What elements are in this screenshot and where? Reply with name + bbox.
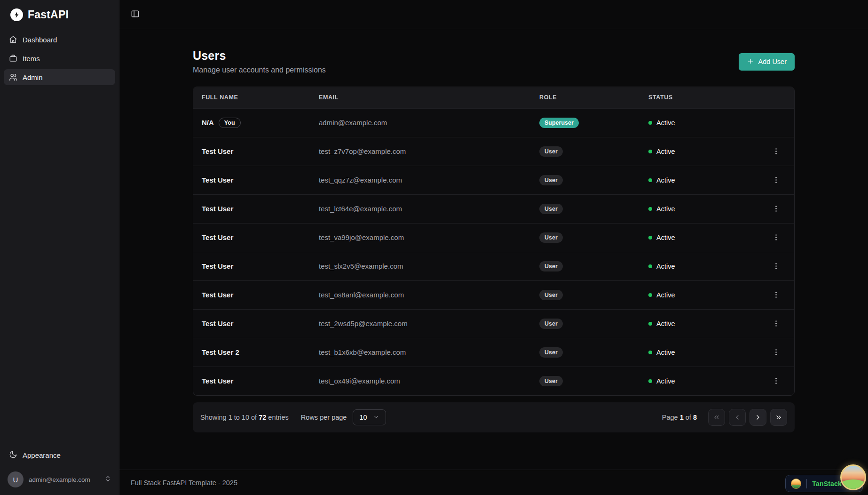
status-active-dot-icon — [648, 379, 652, 383]
row-actions-button[interactable] — [769, 231, 783, 245]
user-email: test_b1x6xb@example.com — [310, 338, 531, 367]
status-text: Active — [656, 148, 675, 155]
sidebar-bottom: Appearance U admin@example.com — [0, 443, 119, 495]
sidebar-toggle-button[interactable] — [128, 8, 142, 22]
user-full-name: Test User — [202, 147, 233, 155]
main-area: Users Manage user accounts and permissio… — [119, 0, 868, 495]
rows-per-page-label: Rows per page — [301, 414, 347, 421]
status-active-dot-icon — [648, 236, 652, 240]
sidebar: FastAPI DashboardItemsAdmin Appearance U… — [0, 0, 119, 495]
row-actions-button[interactable] — [769, 345, 783, 359]
footer-text: Full Stack FastAPI Template - 2025 — [131, 479, 237, 487]
plus-icon — [747, 57, 754, 66]
role-badge: User — [539, 290, 563, 300]
user-full-name: Test User — [202, 291, 233, 299]
user-menu[interactable]: U admin@example.com — [4, 469, 115, 490]
chevrons-right-icon — [775, 414, 782, 421]
status-cell: Active — [648, 234, 744, 241]
showing-entries-text: Showing 1 to 10 of 72 entries — [200, 414, 289, 421]
kebab-menu-icon — [772, 291, 780, 299]
user-email: test_ox49i@example.com — [310, 367, 531, 395]
rows-per-page-select[interactable]: 10 — [353, 409, 386, 425]
table-row: Test Usertest_ox49i@example.comUserActiv… — [193, 367, 794, 395]
sidebar-item-label: Admin — [23, 73, 43, 81]
sidebar-nav: DashboardItemsAdmin — [0, 32, 119, 85]
brand-name: FastAPI — [28, 8, 69, 21]
column-header-role: Role — [531, 87, 640, 108]
lightning-bolt-icon — [10, 8, 23, 21]
user-full-name: Test User — [202, 176, 233, 184]
user-email: admin@example.com — [310, 108, 531, 137]
rows-per-page-group: Rows per page 10 — [301, 409, 386, 425]
sidebar-item-items[interactable]: Items — [4, 50, 115, 66]
avatar: U — [8, 471, 24, 487]
row-actions-button[interactable] — [769, 317, 783, 331]
next-page-button[interactable] — [750, 409, 766, 426]
status-cell: Active — [648, 349, 744, 356]
table-row: Test Usertest_os8anl@example.comUserActi… — [193, 280, 794, 309]
content: Users Manage user accounts and permissio… — [119, 29, 868, 470]
user-email: test_2wsd5p@example.com — [310, 309, 531, 338]
page-title: Users — [193, 49, 326, 63]
kebab-menu-icon — [772, 262, 780, 270]
table-row: Test Usertest_slx2v5@example.comUserActi… — [193, 252, 794, 280]
status-text: Active — [656, 320, 675, 327]
role-badge: User — [539, 146, 563, 157]
status-cell: Active — [648, 148, 744, 155]
table-row: Test Usertest_qqz7z@example.comUserActiv… — [193, 166, 794, 194]
status-active-dot-icon — [648, 351, 652, 354]
add-user-button[interactable]: Add User — [739, 53, 795, 71]
chevron-down-icon — [373, 414, 379, 422]
row-actions-button[interactable] — [769, 288, 783, 302]
status-active-dot-icon — [648, 121, 652, 125]
status-active-dot-icon — [648, 150, 652, 153]
chevrons-left-icon — [713, 414, 720, 421]
row-actions-button[interactable] — [769, 202, 783, 216]
row-actions-button[interactable] — [769, 374, 783, 388]
first-page-button[interactable] — [708, 409, 725, 426]
row-actions-button[interactable] — [769, 144, 783, 159]
sunset-island-icon[interactable] — [840, 464, 866, 490]
kebab-menu-icon — [772, 233, 780, 241]
row-actions-button[interactable] — [769, 259, 783, 273]
role-badge: User — [539, 232, 563, 243]
role-badge: User — [539, 319, 563, 329]
sidebar-item-label: Dashboard — [23, 36, 57, 44]
user-full-name: N/A — [202, 119, 214, 127]
user-full-name: Test User — [202, 233, 233, 241]
kebab-menu-icon — [772, 147, 780, 155]
user-email: test_slx2v5@example.com — [310, 252, 531, 280]
status-cell: Active — [648, 176, 744, 184]
status-text: Active — [656, 263, 675, 270]
sidebar-item-label: Items — [23, 55, 40, 63]
chevron-right-icon — [754, 414, 762, 421]
status-text: Active — [656, 205, 675, 213]
status-text: Active — [656, 119, 675, 127]
page-info: Page 1 of 8 — [662, 414, 697, 421]
home-icon — [9, 35, 17, 44]
sidebar-item-admin[interactable]: Admin — [4, 69, 115, 85]
user-full-name: Test User — [202, 205, 233, 213]
app-root: FastAPI DashboardItemsAdmin Appearance U… — [0, 0, 868, 495]
user-email: test_z7v7op@example.com — [310, 137, 531, 166]
user-full-name: Test User — [202, 262, 233, 270]
chevrons-up-down-icon — [104, 475, 111, 484]
user-email: test_lct64e@example.com — [310, 194, 531, 223]
status-active-dot-icon — [648, 207, 652, 211]
users-icon — [9, 73, 17, 81]
table-row: N/AYouadmin@example.comSuperuserActive — [193, 108, 794, 137]
status-text: Active — [656, 291, 675, 299]
table-row: Test Usertest_va99jo@example.comUserActi… — [193, 223, 794, 252]
kebab-menu-icon — [772, 348, 780, 356]
status-active-dot-icon — [648, 264, 652, 268]
sidebar-item-dashboard[interactable]: Dashboard — [4, 32, 115, 48]
previous-page-button[interactable] — [729, 409, 746, 426]
pagination-bar: Showing 1 to 10 of 72 entries Rows per p… — [193, 402, 795, 432]
sidebar-item-appearance[interactable]: Appearance — [4, 447, 115, 464]
chevron-left-icon — [734, 414, 741, 421]
appearance-label: Appearance — [23, 451, 61, 459]
last-page-button[interactable] — [770, 409, 787, 426]
role-badge: User — [539, 204, 563, 214]
tanstack-label: TanStack — [812, 480, 842, 487]
row-actions-button[interactable] — [769, 173, 783, 187]
